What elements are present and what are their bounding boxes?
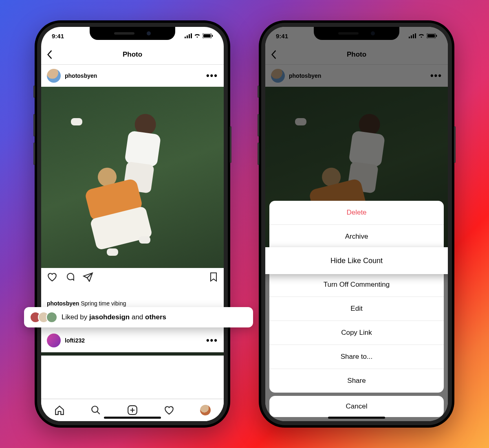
mute-switch (33, 86, 35, 98)
svg-rect-2 (189, 34, 190, 38)
phone-screen: 9:41 Photo photosbyen ••• (41, 27, 224, 421)
nav-bar: Photo (41, 45, 224, 65)
notch (90, 27, 175, 40)
sheet-cancel[interactable]: Cancel (269, 396, 444, 417)
sheet-archive[interactable]: Archive (269, 224, 444, 248)
home-indicator (328, 417, 385, 419)
post-header: photosbyen ••• (41, 65, 224, 87)
sheet-copy-link[interactable]: Copy Link (269, 321, 444, 345)
share-icon[interactable] (83, 272, 93, 282)
nav-title: Photo (53, 51, 212, 59)
svg-rect-1 (187, 35, 188, 38)
activity-icon[interactable] (164, 405, 174, 415)
likes-popup[interactable]: Liked by jasohdesign and others (24, 307, 253, 327)
post-username[interactable]: lofti232 (65, 337, 202, 344)
more-icon[interactable]: ••• (206, 70, 218, 81)
sheet-hide-like-count-label: Hide Like Count (265, 247, 448, 274)
profile-icon[interactable] (200, 405, 211, 415)
volume-down-button (258, 143, 259, 165)
new-post-icon[interactable] (127, 405, 138, 415)
wifi-icon (194, 33, 200, 38)
post-image[interactable] (41, 87, 224, 268)
bookmark-icon[interactable] (209, 272, 218, 282)
svg-rect-0 (185, 37, 186, 38)
sheet-hide-like-count[interactable]: Hide Like Count (269, 248, 444, 272)
avatar[interactable] (47, 334, 61, 347)
phone-left: 9:41 Photo photosbyen ••• (35, 20, 230, 428)
next-post-image-edge (41, 352, 224, 356)
svg-rect-5 (203, 34, 211, 37)
back-icon[interactable] (47, 50, 53, 59)
avatar[interactable] (47, 69, 61, 83)
phone-screen: 9:41 Photo photosbyen ••• (265, 27, 448, 421)
caption-username[interactable]: photosbyen (47, 300, 79, 307)
volume-down-button (33, 143, 35, 165)
liker-avatars (30, 312, 57, 323)
svg-point-7 (92, 406, 98, 412)
svg-rect-6 (212, 35, 213, 37)
gradient-background: 9:41 Photo photosbyen ••• (0, 0, 489, 448)
svg-rect-3 (191, 33, 192, 38)
status-time: 9:41 (52, 33, 64, 40)
mute-switch (258, 86, 259, 98)
post-username[interactable]: photosbyen (65, 72, 202, 79)
power-button (230, 126, 231, 163)
action-bar (41, 268, 224, 286)
likes-text: Liked by jasohdesign and others (62, 313, 166, 321)
caption-text: Spring time vibing (81, 300, 126, 307)
phone-right: 9:41 Photo photosbyen ••• (259, 20, 454, 428)
volume-up-button (33, 114, 35, 136)
power-button (454, 126, 456, 163)
home-icon[interactable] (54, 405, 65, 415)
comment-icon[interactable] (65, 272, 75, 282)
action-sheet: Delete Archive Hide Like Count Turn Off … (269, 201, 444, 393)
battery-icon (203, 33, 213, 38)
volume-up-button (258, 114, 259, 136)
more-icon[interactable]: ••• (206, 335, 218, 346)
like-icon[interactable] (47, 272, 57, 282)
sheet-share-to[interactable]: Share to... (269, 345, 444, 369)
home-indicator (104, 417, 161, 419)
next-post-header: lofti232 ••• (41, 331, 224, 352)
sheet-share[interactable]: Share (269, 369, 444, 393)
cellular-icon (185, 33, 192, 38)
search-icon[interactable] (90, 405, 101, 415)
sheet-edit[interactable]: Edit (269, 296, 444, 321)
sheet-delete[interactable]: Delete (269, 201, 444, 224)
sheet-turn-off-commenting[interactable]: Turn Off Commenting (269, 272, 444, 296)
